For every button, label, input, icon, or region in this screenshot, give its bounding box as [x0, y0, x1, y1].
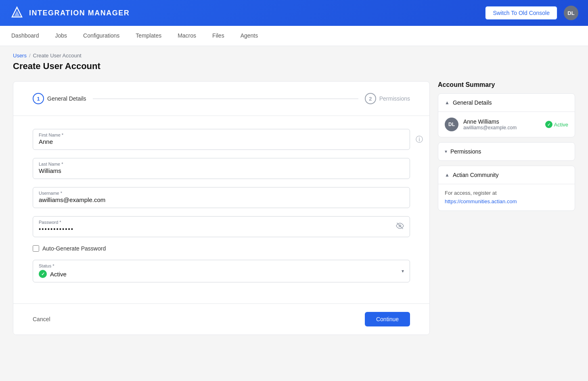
- community-link[interactable]: https://communities.actian.com: [445, 198, 517, 204]
- auto-generate-label: Auto-Generate Password: [42, 245, 106, 252]
- last-name-group: Last Name *: [33, 158, 410, 179]
- header: INTEGRATION MANAGER Switch To Old Consol…: [0, 0, 588, 26]
- summary-community-chevron: ▲: [445, 172, 450, 178]
- switch-to-old-console-button[interactable]: Switch To Old Console: [485, 6, 557, 20]
- status-active-dot: [39, 270, 47, 278]
- summary-active-label: Active: [554, 122, 568, 128]
- breadcrumb-current: Create User Account: [33, 53, 82, 59]
- password-wrapper: Password *: [33, 216, 410, 237]
- continue-button[interactable]: Continue: [365, 312, 410, 326]
- step-line: [93, 99, 358, 99]
- first-name-group: First Name * ⓘ: [33, 129, 410, 150]
- breadcrumb-parent[interactable]: Users: [13, 53, 27, 59]
- main-nav: Dashboard Jobs Configurations Templates …: [0, 26, 588, 46]
- summary-general-label: General Details: [453, 99, 492, 106]
- username-label: Username *: [39, 191, 404, 196]
- summary-user-name: Anne Williams: [463, 118, 540, 125]
- summary-active-badge: Active: [545, 121, 568, 128]
- summary-user-info: Anne Williams awilliams@example.com: [463, 118, 540, 131]
- community-text: For access, register at: [445, 190, 568, 196]
- logo: INTEGRATION MANAGER: [10, 6, 130, 20]
- summary-community-header[interactable]: ▲ Actian Community: [438, 166, 575, 184]
- username-group: Username *: [33, 187, 410, 208]
- breadcrumb-separator: /: [29, 53, 31, 59]
- first-name-input[interactable]: [39, 138, 404, 145]
- nav-item-files[interactable]: Files: [211, 26, 226, 46]
- nav-item-macros[interactable]: Macros: [176, 26, 198, 46]
- step-1-label: General Details: [47, 95, 86, 102]
- first-name-wrapper: First Name *: [33, 129, 410, 150]
- last-name-wrapper: Last Name *: [33, 158, 410, 179]
- status-text: Active: [50, 271, 67, 278]
- summary-user-email: awilliams@example.com: [463, 125, 540, 131]
- last-name-label: Last Name *: [39, 162, 404, 166]
- form-card: 1 General Details 2 Permissions First Na…: [13, 81, 430, 335]
- form-footer: Cancel Continue: [13, 303, 429, 335]
- summary-general-body: DL Anne Williams awilliams@example.com A…: [438, 112, 575, 137]
- password-label: Password *: [39, 220, 404, 225]
- breadcrumb: Users / Create User Account: [13, 53, 575, 59]
- status-chevron-icon: ▾: [402, 268, 404, 274]
- step-2-circle: 2: [365, 93, 376, 104]
- username-wrapper: Username *: [33, 187, 410, 208]
- summary-permissions-label: Permissions: [450, 148, 481, 155]
- nav-item-jobs[interactable]: Jobs: [54, 26, 69, 46]
- toggle-password-icon[interactable]: [396, 222, 404, 232]
- auto-generate-checkbox[interactable]: [33, 245, 39, 252]
- password-group: Password *: [33, 216, 410, 237]
- summary-user-row: DL Anne Williams awilliams@example.com A…: [445, 118, 568, 131]
- last-name-input[interactable]: [39, 167, 404, 174]
- summary-sidebar: Account Summary ▲ General Details DL Ann…: [438, 81, 575, 335]
- auto-generate-row: Auto-Generate Password: [33, 245, 410, 252]
- nav-item-templates[interactable]: Templates: [134, 26, 163, 46]
- username-input[interactable]: [39, 196, 404, 203]
- status-group: Status * Active ▾: [33, 260, 410, 282]
- summary-community-body: For access, register at https://communit…: [438, 184, 575, 210]
- step-1-circle: 1: [33, 93, 44, 104]
- summary-general-header[interactable]: ▲ General Details: [438, 94, 575, 112]
- summary-avatar: DL: [445, 118, 458, 131]
- summary-general-chevron: ▲: [445, 100, 450, 105]
- summary-community-label: Actian Community: [453, 172, 499, 178]
- app-title: INTEGRATION MANAGER: [29, 9, 130, 17]
- nav-item-agents[interactable]: Agents: [239, 26, 260, 46]
- summary-permissions-chevron: ▾: [445, 149, 447, 154]
- nav-item-dashboard[interactable]: Dashboard: [10, 26, 41, 46]
- step-2: 2 Permissions: [365, 93, 410, 104]
- breadcrumb-section: Users / Create User Account Create User …: [0, 46, 588, 75]
- summary-general-section: ▲ General Details DL Anne Williams awill…: [438, 93, 575, 137]
- step-1: 1 General Details: [33, 93, 86, 104]
- page-title: Create User Account: [13, 61, 575, 72]
- main-layout: 1 General Details 2 Permissions First Na…: [0, 75, 588, 348]
- password-input[interactable]: [39, 225, 404, 232]
- step-2-label: Permissions: [379, 95, 410, 102]
- logo-icon: [10, 6, 24, 20]
- status-label: Status *: [39, 263, 404, 268]
- first-name-info-icon[interactable]: ⓘ: [416, 135, 423, 144]
- form-body: First Name * ⓘ Last Name * Username *: [13, 116, 429, 303]
- avatar[interactable]: DL: [564, 6, 578, 20]
- nav-item-configurations[interactable]: Configurations: [82, 26, 121, 46]
- header-right: Switch To Old Console DL: [485, 6, 578, 20]
- first-name-label: First Name *: [39, 133, 404, 137]
- stepper: 1 General Details 2 Permissions: [13, 82, 429, 116]
- status-value: Active: [39, 270, 404, 278]
- summary-title: Account Summary: [438, 81, 575, 88]
- cancel-button[interactable]: Cancel: [33, 313, 50, 326]
- summary-active-dot: [545, 121, 552, 128]
- summary-permissions-header[interactable]: ▾ Permissions: [438, 143, 575, 160]
- summary-permissions-section: ▾ Permissions: [438, 142, 575, 161]
- status-wrapper[interactable]: Status * Active ▾: [33, 260, 410, 282]
- summary-community-section: ▲ Actian Community For access, register …: [438, 166, 575, 211]
